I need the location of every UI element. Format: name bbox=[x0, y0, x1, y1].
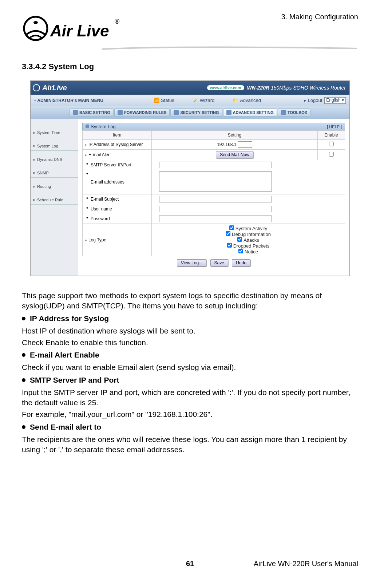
email-enable-checkbox[interactable] bbox=[329, 152, 334, 157]
logout-link[interactable]: ▸ Logout bbox=[304, 98, 322, 103]
syslog-ip-input[interactable] bbox=[238, 141, 252, 148]
tab-basic[interactable]: BASIC SETTING bbox=[70, 108, 114, 117]
p1b: Check Enable to enable this function. bbox=[22, 338, 358, 348]
svg-point-1 bbox=[33, 21, 38, 24]
smtp-input[interactable] bbox=[159, 162, 272, 168]
bullet-smtp: SMTP Server IP and Port bbox=[22, 376, 358, 384]
logtype-sys[interactable]: System Activity bbox=[154, 225, 343, 231]
p3a: Input the SMTP server IP and port, which… bbox=[22, 387, 358, 408]
bullet-email-alert: E-mail Alert Enable bbox=[22, 351, 358, 359]
th-item: Item bbox=[83, 131, 152, 140]
logtype-notice[interactable]: Notice bbox=[154, 249, 343, 254]
tab-security[interactable]: SECURITY SETTING bbox=[170, 108, 222, 117]
save-button[interactable]: Save bbox=[210, 259, 228, 267]
side-system-time[interactable]: System Time bbox=[31, 128, 78, 137]
manual-title: AirLive WN-220R User's Manual bbox=[254, 560, 358, 568]
side-ddns[interactable]: Dynamic DNS bbox=[31, 155, 78, 164]
side-routing[interactable]: Routing bbox=[31, 182, 78, 191]
side-snmp[interactable]: SNMP bbox=[31, 169, 78, 178]
tab-forwarding[interactable]: FORWARDING RULES bbox=[114, 108, 170, 117]
p2: Check if you want to enable Email alert … bbox=[22, 362, 358, 372]
password-input[interactable] bbox=[159, 216, 272, 222]
side-schedule[interactable]: Schedule Rule bbox=[31, 196, 78, 205]
p3b: For example, "mail.your_url.com" or "192… bbox=[22, 409, 358, 419]
menu-wizard[interactable]: 🪄 Wizard bbox=[193, 98, 214, 103]
intro-text: This page support two methods to export … bbox=[22, 291, 358, 311]
row-ip-syslog: IP Address of Syslog Server bbox=[88, 142, 143, 147]
username-input[interactable] bbox=[159, 206, 272, 212]
row-subject: E-mail Subject bbox=[83, 194, 152, 204]
subject-input[interactable] bbox=[159, 196, 272, 202]
tab-toolbox[interactable]: TOOLBOX bbox=[278, 108, 310, 117]
admin-menu-label: ▫ ADMINISTRATOR's MAIN MENU bbox=[34, 98, 103, 103]
logtype-attacks[interactable]: Attacks bbox=[154, 237, 343, 243]
router-ui-screenshot: AirLive www.airlive.com WN-220R 150Mbps … bbox=[30, 80, 350, 276]
p1a: Host IP of destination where syslogs wil… bbox=[22, 326, 358, 336]
th-setting: Setting bbox=[152, 131, 318, 140]
menu-status[interactable]: 📶 Status bbox=[154, 98, 174, 103]
url-pill: www.airlive.com bbox=[207, 85, 244, 90]
logtype-dropped[interactable]: Dropped Packets bbox=[154, 243, 343, 249]
svg-point-0 bbox=[24, 17, 47, 40]
row-email-alert: E-mail Alert bbox=[88, 152, 111, 157]
section-heading: 3.3.4.2 System Log bbox=[22, 62, 358, 71]
help-link[interactable]: [ HELP ] bbox=[327, 125, 342, 129]
row-logtype: Log Type bbox=[88, 237, 106, 242]
side-system-log[interactable]: System Log bbox=[31, 142, 78, 151]
bullet-send-to: Send E-mail alert to bbox=[22, 423, 358, 431]
row-password: Password bbox=[83, 214, 152, 224]
row-emails: E-mail addresses bbox=[83, 170, 152, 194]
bullet-ip-syslog: IP Address for Syslog bbox=[22, 314, 358, 323]
airlive-logo: Air Live ® bbox=[22, 15, 131, 49]
p4: The recipients are the ones who will rec… bbox=[22, 434, 358, 455]
svg-text:®: ® bbox=[115, 18, 119, 25]
svg-text:Air Live: Air Live bbox=[50, 22, 109, 40]
page-number: 61 bbox=[186, 560, 194, 568]
menu-advanced[interactable]: 📁 Advanced bbox=[233, 98, 261, 103]
th-enable: Enable bbox=[318, 131, 345, 140]
header-swoosh bbox=[102, 46, 357, 51]
panel-title: System Log bbox=[86, 124, 116, 129]
view-log-button[interactable]: View Log... bbox=[177, 259, 206, 267]
language-select[interactable]: English ▾ bbox=[324, 97, 346, 104]
send-mail-button[interactable]: Send Mail Now bbox=[216, 151, 253, 158]
row-username: User name bbox=[83, 204, 152, 214]
router-logo: AirLive bbox=[33, 84, 67, 92]
tab-advanced[interactable]: ADVANCED SETTING bbox=[223, 108, 277, 117]
chapter-title: 3. Making Configuration bbox=[281, 13, 358, 21]
undo-button[interactable]: Undo bbox=[232, 259, 250, 267]
logtype-debug[interactable]: Debug Information bbox=[154, 231, 343, 237]
row-smtp: SMTP Server IP/Port bbox=[83, 160, 152, 170]
emails-textarea[interactable] bbox=[159, 171, 272, 192]
syslog-enable-checkbox[interactable] bbox=[329, 142, 334, 146]
